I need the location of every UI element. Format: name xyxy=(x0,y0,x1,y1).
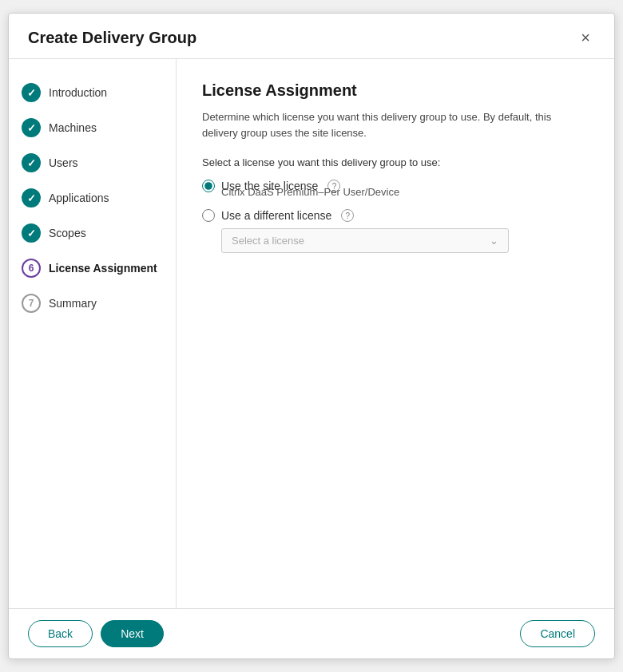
sidebar-item-machines[interactable]: ✓Machines xyxy=(9,110,176,145)
step-icon-users: ✓ xyxy=(22,153,41,172)
step-icon-machines: ✓ xyxy=(22,118,41,137)
step-icon-scopes: ✓ xyxy=(22,223,41,243)
sidebar-item-label-machines: Machines xyxy=(49,121,97,134)
sidebar-item-introduction[interactable]: ✓Introduction xyxy=(9,75,176,110)
dialog-title: Create Delivery Group xyxy=(28,29,196,47)
back-button[interactable]: Back xyxy=(28,620,93,647)
site-license-radio[interactable] xyxy=(202,180,215,192)
site-license-sublabel: Citrix DaaS Premium–Per User/Device xyxy=(221,186,589,198)
site-license-option: Use the site license ? Citrix DaaS Premi… xyxy=(202,180,589,198)
select-prompt: Select a license you want this delivery … xyxy=(202,156,589,168)
sidebar-item-scopes[interactable]: ✓Scopes xyxy=(9,215,176,251)
sidebar-item-label-license-assignment: License Assignment xyxy=(49,262,157,275)
sidebar-item-label-introduction: Introduction xyxy=(49,86,107,99)
sidebar-item-applications[interactable]: ✓Applications xyxy=(9,180,176,215)
sidebar-item-label-users: Users xyxy=(49,156,78,169)
different-license-radio[interactable] xyxy=(202,209,215,222)
sidebar-item-label-summary: Summary xyxy=(49,297,97,310)
sidebar-item-summary[interactable]: 7Summary xyxy=(9,286,176,321)
step-icon-introduction: ✓ xyxy=(22,83,41,102)
sidebar-item-label-scopes: Scopes xyxy=(49,227,86,239)
step-icon-summary: 7 xyxy=(22,294,41,313)
close-button[interactable]: × xyxy=(576,28,595,47)
dropdown-placeholder: Select a license xyxy=(232,235,304,247)
step-icon-applications: ✓ xyxy=(22,188,41,208)
license-radio-group: Use the site license ? Citrix DaaS Premi… xyxy=(202,180,589,253)
main-content: License Assignment Determine which licen… xyxy=(177,59,614,608)
footer-left: Back Next xyxy=(28,620,164,647)
sidebar-item-users[interactable]: ✓Users xyxy=(9,145,176,180)
different-license-label[interactable]: Use a different license ? xyxy=(202,209,589,222)
different-license-text: Use a different license xyxy=(221,209,331,222)
section-title: License Assignment xyxy=(202,81,589,100)
dialog-body: ✓Introduction✓Machines✓Users✓Application… xyxy=(9,59,614,608)
dialog-header: Create Delivery Group × xyxy=(9,14,614,59)
chevron-down-icon: ⌄ xyxy=(490,235,498,247)
section-description: Determine which license you want this de… xyxy=(202,109,589,140)
license-select-dropdown[interactable]: Select a license ⌄ xyxy=(221,228,509,253)
sidebar-item-license-assignment[interactable]: 6License Assignment xyxy=(9,251,176,286)
sidebar-item-label-applications: Applications xyxy=(49,192,109,204)
dialog-footer: Back Next Cancel xyxy=(9,608,614,658)
step-icon-license-assignment: 6 xyxy=(22,259,41,278)
different-license-option: Use a different license ? Select a licen… xyxy=(202,209,589,253)
cancel-button[interactable]: Cancel xyxy=(520,620,595,647)
create-delivery-group-dialog: Create Delivery Group × ✓Introduction✓Ma… xyxy=(8,13,615,659)
next-button[interactable]: Next xyxy=(101,620,164,647)
different-license-help-icon[interactable]: ? xyxy=(341,209,354,222)
sidebar: ✓Introduction✓Machines✓Users✓Application… xyxy=(9,59,177,608)
